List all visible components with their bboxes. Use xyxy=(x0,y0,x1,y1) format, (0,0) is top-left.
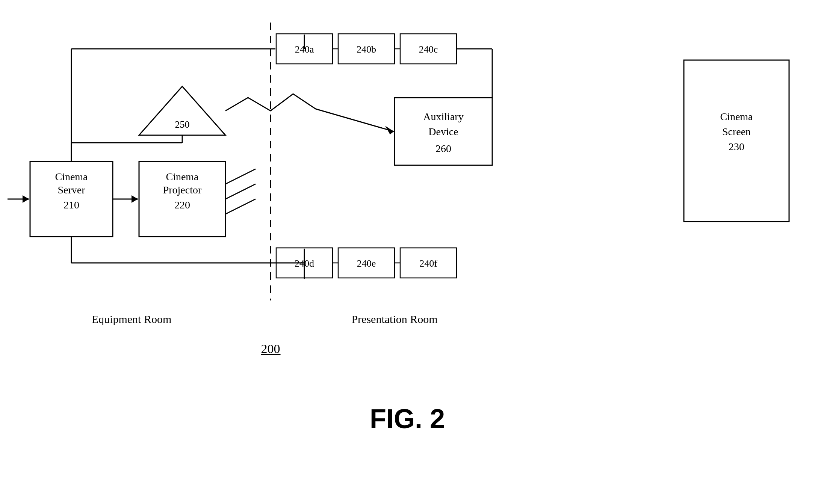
box-240b-label: 240b xyxy=(357,44,376,55)
cinema-projector-label3: 220 xyxy=(174,199,190,211)
zigzag-to-aux-line xyxy=(316,109,394,131)
cinema-server-label3: 210 xyxy=(64,199,79,211)
projector-beam-mid xyxy=(225,184,256,199)
auxiliary-device-label3: 260 xyxy=(435,143,451,154)
box-240c-label: 240c xyxy=(419,44,438,55)
cinema-projector-label2: Projector xyxy=(163,184,202,196)
projector-beam-top xyxy=(225,169,256,184)
presentation-room-label: Presentation Room xyxy=(351,313,437,325)
projector-beam-bot xyxy=(225,199,256,214)
zigzag-to-aux-arrowhead xyxy=(385,126,394,134)
box-240f-label: 240f xyxy=(419,258,437,269)
cinema-screen-label2: Screen xyxy=(722,126,751,137)
equipment-room-label: Equipment Room xyxy=(92,313,172,325)
input-arrowhead xyxy=(23,195,29,203)
auxiliary-device-label2: Device xyxy=(428,126,458,137)
box-240e-label: 240e xyxy=(357,258,376,269)
antenna-label: 250 xyxy=(175,119,190,130)
cinema-server-label1: Cinema xyxy=(55,171,88,183)
cinema-server-label2: Server xyxy=(57,184,85,196)
cinema-screen-label1: Cinema xyxy=(720,111,753,122)
auxiliary-device-label1: Auxiliary xyxy=(423,111,463,122)
cinema-projector-label1: Cinema xyxy=(166,171,199,183)
cinema-screen-label3: 230 xyxy=(729,141,744,152)
fig-label: FIG. 2 xyxy=(370,404,445,434)
figure-number-label: 200 xyxy=(261,342,280,356)
server-to-projector-arrowhead xyxy=(132,195,138,203)
